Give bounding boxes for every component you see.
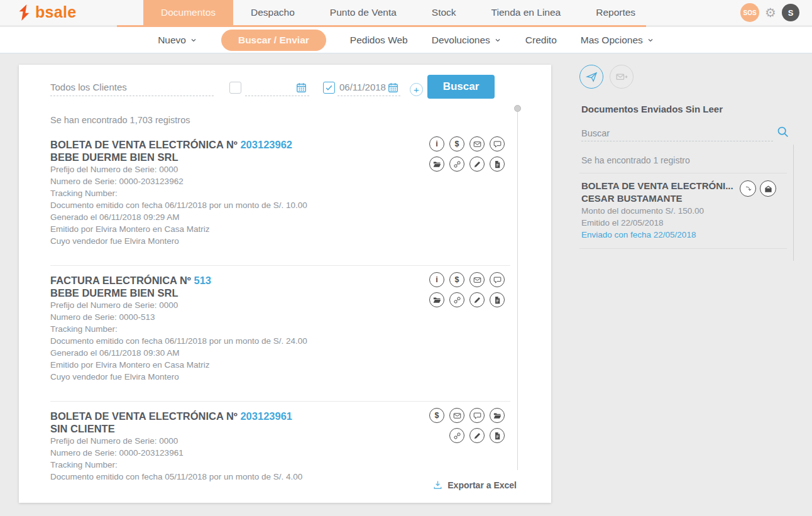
chevron-down-icon bbox=[494, 36, 502, 44]
detail-line: Documento emitido con fecha 06/11/2018 p… bbox=[50, 335, 510, 347]
payment-icon[interactable]: $ bbox=[449, 136, 464, 151]
sent-date-link[interactable]: Enviado con fecha 22/05/2018 bbox=[581, 230, 696, 239]
payment-icon[interactable]: $ bbox=[429, 408, 444, 423]
scrollbar-track[interactable] bbox=[517, 107, 518, 470]
tab-reportes[interactable]: Reportes bbox=[578, 0, 653, 25]
email-icon[interactable] bbox=[449, 408, 464, 423]
comment-icon[interactable] bbox=[490, 136, 505, 151]
folder-icon[interactable] bbox=[429, 156, 444, 172]
paper-plane-icon bbox=[585, 70, 598, 84]
link-icon[interactable] bbox=[449, 156, 464, 172]
folder-icon[interactable] bbox=[490, 408, 505, 423]
tab-tienda-en-linea[interactable]: Tienda en Linea bbox=[474, 0, 579, 25]
detail-line: Emitido por Elvira Montero en Casa Matri… bbox=[50, 359, 510, 371]
panel-results-count: Se ha encontrado 1 registro bbox=[581, 155, 690, 165]
gear-icon[interactable]: ⚙ bbox=[765, 6, 776, 19]
document-icon[interactable] bbox=[490, 292, 505, 307]
document-actions: i $ bbox=[429, 272, 505, 307]
info-icon[interactable]: i bbox=[429, 272, 444, 287]
detail-line: Numero de Serie: 0000-513 bbox=[50, 311, 510, 323]
subnav-credito[interactable]: Credito bbox=[525, 35, 557, 46]
document-icon[interactable] bbox=[490, 156, 505, 172]
buscar-button[interactable]: Buscar bbox=[427, 75, 495, 99]
pencil-icon[interactable] bbox=[469, 428, 485, 443]
logo-text: bsale bbox=[35, 3, 76, 21]
tab-punto-de-venta[interactable]: Punto de Venta bbox=[312, 0, 414, 25]
panel-heading: Documentos Enviados Sin Leer bbox=[581, 104, 723, 114]
detail-line: Generado el 06/11/2018 09:30 AM bbox=[50, 347, 510, 359]
document-row: FACTURA ELECTRÓNICA Nº 513 BEBE DUERME B… bbox=[50, 266, 510, 402]
divider bbox=[579, 173, 787, 173]
subnav-nuevo[interactable]: Nuevo bbox=[158, 35, 197, 46]
comment-icon[interactable] bbox=[469, 408, 485, 423]
client-filter-input[interactable]: Todos los Clientes bbox=[50, 79, 214, 96]
document-number-link[interactable]: 203123962 bbox=[240, 139, 292, 150]
detail-line: Numero de Serie: 0000-203123962 bbox=[50, 175, 510, 187]
document-number-link[interactable]: 203123961 bbox=[240, 410, 292, 422]
check-icon bbox=[325, 84, 333, 92]
documents-search-panel: Todos los Clientes 06/11/2018 + Buscar S… bbox=[19, 65, 551, 503]
link-icon[interactable] bbox=[449, 428, 464, 443]
subnav-devoluciones[interactable]: Devoluciones bbox=[432, 35, 502, 46]
date-to-checkbox[interactable] bbox=[323, 82, 335, 94]
date-from-checkbox[interactable] bbox=[229, 82, 241, 94]
document-icon[interactable] bbox=[490, 428, 505, 443]
results-count: Se han encontrado 1,703 registros bbox=[50, 115, 190, 125]
payment-icon[interactable]: $ bbox=[449, 272, 464, 287]
subnav-buscar-enviar[interactable]: Buscar / Enviar bbox=[221, 30, 326, 51]
detail-line: Emitido el 22/05/2018 bbox=[581, 217, 789, 229]
document-actions: i $ bbox=[429, 136, 505, 172]
detail-line: Emitido por Elvira Montero en Casa Matri… bbox=[50, 223, 510, 235]
detail-line: Cuyo vendedor fue Elvira Montero bbox=[50, 235, 510, 247]
user-avatar[interactable]: S bbox=[782, 4, 799, 21]
comment-icon[interactable] bbox=[490, 272, 505, 287]
sent-document-title: BOLETA DE VENTA ELECTRÓNI... bbox=[581, 180, 789, 192]
export-excel-button[interactable]: Exportar a Excel bbox=[432, 480, 517, 490]
tab-stock[interactable]: Stock bbox=[414, 0, 474, 25]
scrollbar-thumb[interactable] bbox=[514, 105, 521, 112]
open-mail-icon[interactable] bbox=[760, 180, 776, 197]
top-nav-bar: bsale Documentos Despacho Punto de Venta… bbox=[0, 0, 812, 25]
sent-document-client: CESAR BUSTAMANTE bbox=[581, 192, 789, 205]
calendar-icon[interactable] bbox=[387, 82, 399, 94]
email-icon[interactable] bbox=[469, 272, 485, 287]
detail-line: Cuyo vendedor fue Elvira Montero bbox=[50, 371, 510, 383]
link-icon[interactable] bbox=[449, 292, 464, 307]
email-icon[interactable] bbox=[469, 136, 485, 151]
sos-badge[interactable]: SOS bbox=[740, 3, 759, 22]
bolt-icon bbox=[16, 4, 33, 21]
documents-sub-navigation: Nuevo Buscar / Enviar Pedidos Web Devolu… bbox=[0, 27, 812, 53]
tab-documentos[interactable]: Documentos bbox=[143, 0, 233, 25]
top-right-controls: SOS ⚙ S bbox=[740, 0, 799, 25]
chevron-down-icon bbox=[190, 36, 197, 44]
panel-scrollbar-track[interactable] bbox=[793, 145, 794, 261]
subnav-mas-opciones[interactable]: Mas Opciones bbox=[581, 35, 654, 46]
search-icon[interactable] bbox=[776, 125, 789, 138]
pencil-icon[interactable] bbox=[469, 156, 485, 172]
detail-line: Tracking Number: bbox=[50, 323, 510, 335]
chevron-down-icon bbox=[647, 36, 654, 44]
detail-line: Tracking Number: bbox=[50, 459, 510, 471]
forwarded-mail-tab[interactable] bbox=[610, 65, 634, 89]
subnav-pedidos-web[interactable]: Pedidos Web bbox=[350, 35, 408, 46]
sent-documents-tab[interactable] bbox=[579, 65, 603, 89]
detail-line: Generado el 06/11/2018 09:29 AM bbox=[50, 211, 510, 223]
detail-line: Documento emitido con fecha 06/11/2018 p… bbox=[50, 199, 510, 211]
document-actions: $ bbox=[429, 408, 505, 443]
calendar-icon[interactable] bbox=[295, 82, 307, 94]
document-number-link[interactable]: 513 bbox=[194, 275, 211, 286]
divider bbox=[579, 248, 787, 249]
sent-document-row: BOLETA DE VENTA ELECTRÓNI... CESAR BUSTA… bbox=[581, 180, 789, 241]
panel-search-input[interactable] bbox=[581, 125, 773, 141]
mail-forward-icon bbox=[615, 70, 628, 84]
bsale-logo[interactable]: bsale bbox=[16, 3, 76, 21]
pencil-icon[interactable] bbox=[469, 292, 485, 307]
download-icon bbox=[432, 480, 443, 490]
detail-line: Tracking Number: bbox=[50, 187, 510, 199]
detail-line: Numero de Serie: 0000-203123961 bbox=[50, 447, 510, 459]
folder-icon[interactable] bbox=[429, 292, 444, 307]
tab-despacho[interactable]: Despacho bbox=[233, 0, 312, 25]
resend-arrow-icon[interactable] bbox=[740, 180, 756, 197]
add-filter-button[interactable]: + bbox=[410, 83, 423, 96]
info-icon[interactable]: i bbox=[429, 136, 444, 151]
